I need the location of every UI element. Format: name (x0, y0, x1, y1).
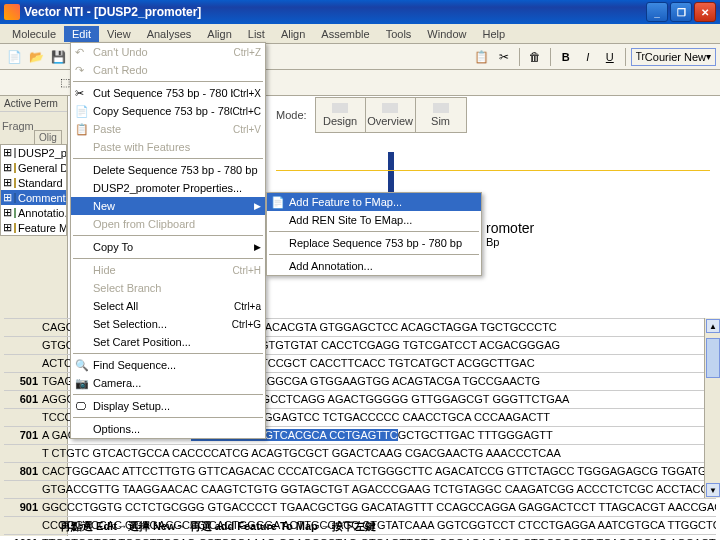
submenu-item[interactable]: 📄Add Feature to FMap... (267, 193, 481, 211)
menu-item[interactable]: New▶ (71, 197, 265, 215)
scroll-thumb[interactable] (706, 338, 720, 378)
mode-label: Mode: (276, 109, 307, 121)
vertical-scrollbar[interactable]: ▲ ▼ (704, 318, 720, 498)
tree-view: ⊞DUSP2_p...⊞General D...⊞Standard I...⊞C… (0, 144, 67, 236)
scroll-up-icon[interactable]: ▲ (706, 319, 720, 333)
menu-view[interactable]: View (99, 26, 139, 42)
active-perm-label: Active Perm (0, 96, 67, 112)
menu-item: ↶Can't UndoCtrl+Z (71, 43, 265, 61)
menu-item[interactable]: Delete Sequence 753 bp - 780 bp (71, 161, 265, 179)
bold-icon[interactable]: B (556, 47, 576, 67)
menu-item[interactable]: 🖵Display Setup... (71, 397, 265, 415)
menu-item[interactable]: 📄Copy Sequence 753 bp - 780 bpCtrl+C (71, 102, 265, 120)
menu-molecule[interactable]: Molecule (4, 26, 64, 42)
menu-item[interactable]: Copy To▶ (71, 238, 265, 256)
menu-item[interactable]: Select AllCtrl+a (71, 297, 265, 315)
olig-tab[interactable]: Olig (34, 130, 62, 144)
molecule-name: romoter (486, 220, 534, 236)
app-icon (4, 4, 20, 20)
menu-item: 📋PasteCtrl+V (71, 120, 265, 138)
minimize-button[interactable]: _ (646, 2, 668, 22)
menu-item[interactable]: ✂Cut Sequence 753 bp - 780 bpCtrl+X (71, 84, 265, 102)
toolbar-btn[interactable]: 💾 (48, 47, 68, 67)
mode-design[interactable]: Design (316, 98, 366, 132)
mode-overview[interactable]: Overview (366, 98, 416, 132)
menu-item: Open from Clipboard (71, 215, 265, 233)
tree-item[interactable]: ⊞Standard I... (1, 175, 66, 190)
instruction-text: 再點選 Edit→選擇 New→ 再選 add Feature To Map →… (60, 516, 376, 534)
toolbar-btn[interactable]: 🗑 (525, 47, 545, 67)
menu-align[interactable]: Align (199, 26, 239, 42)
underline-icon[interactable]: U (600, 47, 620, 67)
toolbar-btn[interactable]: 📂 (26, 47, 46, 67)
menu-help[interactable]: Help (474, 26, 513, 42)
tree-item[interactable]: ⊞General D... (1, 160, 66, 175)
menu-item: Select Branch (71, 279, 265, 297)
menu-list[interactable]: List (240, 26, 273, 42)
new-submenu: 📄Add Feature to FMap...Add REN Site To E… (266, 192, 482, 276)
scroll-down-icon[interactable]: ▼ (706, 483, 720, 497)
tree-item[interactable]: ⊞DUSP2_p... (1, 145, 66, 160)
tree-item[interactable]: ⊞Comments (1, 190, 66, 205)
toolbar-btn[interactable]: 📄 (4, 47, 24, 67)
window-titlebar: Vector NTI - [DUSP2_promoter] _ ❐ ✕ (0, 0, 720, 24)
menu-item[interactable]: 📷Camera... (71, 374, 265, 392)
submenu-item[interactable]: Add Annotation... (267, 257, 481, 275)
toolbar-btn[interactable]: ⬚ (60, 76, 70, 89)
fragments-tab[interactable]: Fragments (2, 120, 34, 144)
menubar: Molecule Edit View Analyses Align List A… (0, 24, 720, 44)
sequence-row[interactable]: T CTGTC GTCACTGCCA CACCCCATCG ACAGTGCGCT… (4, 444, 716, 462)
sequence-marker (388, 152, 394, 192)
divider-line (276, 170, 710, 171)
sequence-row[interactable]: 1001TTCCTCCTGT TGCCTTGCAG CCTCCCAAAG GGA… (4, 534, 716, 540)
molecule-size: Bp (486, 236, 534, 248)
menu-item[interactable]: Options... (71, 420, 265, 438)
close-button[interactable]: ✕ (694, 2, 716, 22)
menu-window[interactable]: Window (419, 26, 474, 42)
menu-analyses[interactable]: Analyses (139, 26, 200, 42)
molecule-info: romoter Bp (486, 220, 534, 248)
sequence-row[interactable]: GTGACCGTTG TAAGGAACAC CAAGTCTGTG GGTAGCT… (4, 480, 716, 498)
menu-item[interactable]: Set Selection...Ctrl+G (71, 315, 265, 333)
menu-tools[interactable]: Tools (378, 26, 420, 42)
menu-item[interactable]: Set Caret Position... (71, 333, 265, 351)
submenu-item[interactable]: Add REN Site To EMap... (267, 211, 481, 229)
menu-item[interactable]: 🔍Find Sequence... (71, 356, 265, 374)
menu-item[interactable]: DUSP2_promoter Properties... (71, 179, 265, 197)
edit-menu-dropdown: ↶Can't UndoCtrl+Z↷Can't Redo✂Cut Sequenc… (70, 42, 266, 439)
menu-item: HideCtrl+H (71, 261, 265, 279)
window-title: Vector NTI - [DUSP2_promoter] (24, 5, 646, 19)
font-selector[interactable]: Tr Courier New ▾ (631, 48, 716, 66)
menu-assemble[interactable]: Assemble (313, 26, 377, 42)
toolbar-btn[interactable]: ✂ (494, 47, 514, 67)
toolbar-btn[interactable]: 📋 (472, 47, 492, 67)
submenu-item[interactable]: Replace Sequence 753 bp - 780 bp (267, 234, 481, 252)
menu-item: ↷Can't Redo (71, 61, 265, 79)
maximize-button[interactable]: ❐ (670, 2, 692, 22)
menu-edit[interactable]: Edit (64, 26, 99, 42)
tree-item[interactable]: ⊞Annotatio... (1, 205, 66, 220)
mode-sim[interactable]: Sim (416, 98, 466, 132)
menu-item: Paste with Features (71, 138, 265, 156)
menu-align2[interactable]: Align (273, 26, 313, 42)
mode-bar: Mode: Design Overview Sim (276, 96, 467, 134)
sequence-row[interactable]: 901GGCCCTGGTG CCTCTGCGGG GTGACCCCT TGAAC… (4, 498, 716, 516)
italic-icon[interactable]: I (578, 47, 598, 67)
sequence-row[interactable]: 801CACTGGCAAC ATTCCTTGTG GTTCAGACAC CCCA… (4, 462, 716, 480)
tree-item[interactable]: ⊞Feature M... (1, 220, 66, 235)
